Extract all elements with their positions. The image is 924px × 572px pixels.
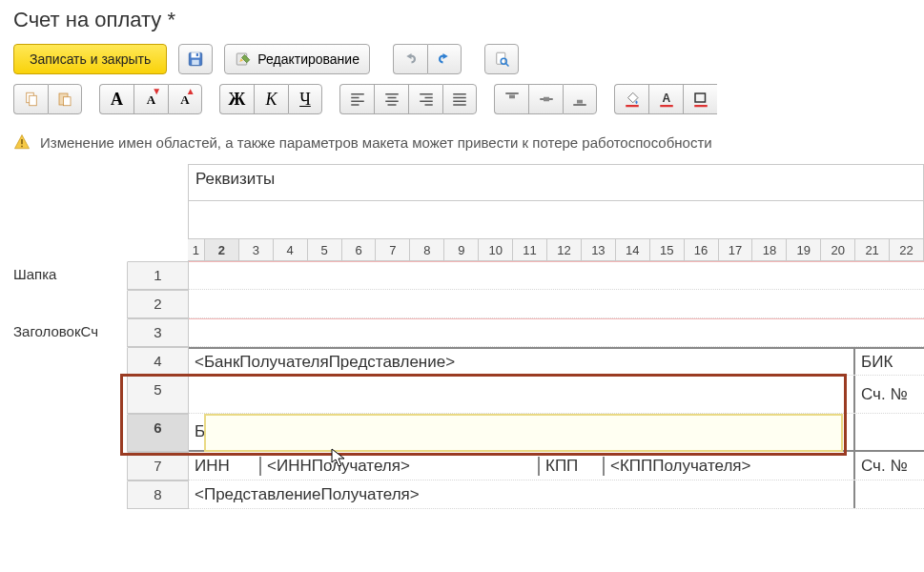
magnifier-page-icon: [493, 51, 510, 68]
cell-value[interactable]: Сч. №: [853, 376, 924, 413]
edit-mode-button[interactable]: Редактирование: [224, 44, 370, 74]
save-button[interactable]: [178, 44, 213, 74]
col-header[interactable]: 12: [547, 239, 582, 260]
undo-button[interactable]: [393, 44, 427, 74]
col-header[interactable]: 19: [787, 239, 821, 260]
text-color-button[interactable]: A: [648, 84, 683, 114]
font-style-group: Ж К Ч: [219, 84, 322, 114]
col-header[interactable]: 1: [188, 239, 205, 260]
cell-value[interactable]: БИК: [853, 349, 924, 375]
svg-rect-14: [577, 100, 583, 104]
font-normal-button[interactable]: A: [99, 84, 133, 114]
font-increase-button[interactable]: A ▲: [168, 84, 202, 114]
col-header[interactable]: 6: [342, 239, 377, 260]
cell-value[interactable]: [853, 480, 924, 508]
area-name[interactable]: [13, 480, 128, 509]
copy-button[interactable]: [13, 84, 48, 114]
valign-bottom-icon: [571, 91, 588, 108]
row-header[interactable]: 4: [128, 347, 189, 376]
col-header[interactable]: 5: [308, 239, 342, 260]
grid-cell[interactable]: [189, 318, 924, 347]
grid-cell[interactable]: Банк получателя: [189, 414, 924, 452]
format-toolbar: A A ▼ A ▲ Ж К Ч: [0, 84, 924, 128]
row-header[interactable]: 2: [128, 290, 189, 318]
align-center-button[interactable]: [374, 84, 408, 114]
valign-bottom-button[interactable]: [563, 84, 597, 114]
row-header[interactable]: 1: [128, 261, 189, 290]
underline-button[interactable]: Ч: [288, 84, 322, 114]
cell-value: Банк получателя: [195, 422, 320, 441]
col-header[interactable]: 17: [719, 239, 753, 260]
cell-value[interactable]: Сч. №: [853, 452, 924, 480]
grid-cell[interactable]: <ПредставлениеПолучателя>: [189, 480, 924, 509]
align-justify-button[interactable]: [442, 84, 477, 114]
row-header[interactable]: 8: [128, 480, 189, 509]
col-header[interactable]: 7: [376, 239, 410, 260]
cell-label: КПП: [538, 457, 591, 476]
col-header[interactable]: 14: [616, 239, 650, 260]
area-name[interactable]: [13, 452, 128, 480]
italic-button[interactable]: К: [254, 84, 288, 114]
warning-text: Изменение имен областей, а также парамет…: [40, 134, 712, 151]
save-and-close-button[interactable]: Записать и закрыть: [13, 44, 167, 74]
col-header[interactable]: 4: [274, 239, 308, 260]
col-header[interactable]: 20: [821, 239, 855, 260]
edit-mode-label: Редактирование: [257, 51, 359, 67]
svg-rect-2: [193, 60, 200, 65]
valign-top-icon: [503, 91, 521, 108]
svg-rect-1: [192, 52, 200, 57]
row-header[interactable]: 7: [128, 452, 189, 480]
border-color-button[interactable]: [683, 84, 717, 114]
grid-cell[interactable]: ИНН <ИННПолучателя> КПП <КПППолучателя> …: [189, 452, 924, 480]
area-name[interactable]: [13, 290, 128, 318]
col-header[interactable]: 11: [513, 239, 547, 260]
cell-value[interactable]: [853, 414, 924, 450]
border-icon: [692, 91, 709, 108]
col-header[interactable]: 8: [410, 239, 444, 260]
align-left-button[interactable]: [339, 84, 374, 114]
svg-rect-15: [626, 105, 639, 107]
svg-rect-3: [196, 53, 198, 56]
col-header[interactable]: 22: [890, 239, 924, 260]
valign-middle-button[interactable]: [528, 84, 563, 114]
row-header[interactable]: 6: [128, 414, 189, 452]
valign-top-button[interactable]: [494, 84, 528, 114]
cell-value: <КПППолучателя>: [603, 457, 750, 476]
align-h-group: [339, 84, 477, 114]
redo-button[interactable]: [427, 44, 462, 74]
area-name[interactable]: Шапка: [13, 261, 128, 290]
column-ruler[interactable]: 1 2 3 4 5 6 7 8 9 10 11 12 13 14 15 16 1…: [188, 238, 924, 261]
col-header[interactable]: 13: [582, 239, 616, 260]
undo-icon: [401, 51, 419, 68]
fill-color-button[interactable]: [614, 84, 648, 114]
area-name[interactable]: ЗаголовокСч: [13, 318, 128, 347]
col-header[interactable]: 10: [479, 239, 513, 260]
row-header[interactable]: 5: [128, 376, 189, 414]
grid-cell[interactable]: Сч. №: [189, 376, 924, 414]
svg-rect-11: [64, 97, 72, 106]
row-header[interactable]: 3: [128, 318, 189, 347]
preview-button[interactable]: [484, 44, 519, 74]
spreadsheet-area: Реквизиты 1 2 3 4 5 6 7 8 9 10 11 12 13 …: [0, 164, 924, 509]
align-right-button[interactable]: [408, 84, 442, 114]
col-header[interactable]: 16: [685, 239, 719, 260]
area-name[interactable]: [13, 347, 128, 376]
font-small-icon: A ▼: [147, 92, 155, 108]
col-header[interactable]: 21: [855, 239, 890, 260]
col-header[interactable]: 2: [205, 239, 239, 260]
col-header[interactable]: 15: [650, 239, 685, 260]
font-decrease-button[interactable]: A ▼: [133, 84, 168, 114]
grid-cell[interactable]: [189, 261, 924, 290]
paste-button[interactable]: [48, 84, 82, 114]
bold-button[interactable]: Ж: [219, 84, 254, 114]
col-header[interactable]: 18: [752, 239, 787, 260]
col-header[interactable]: 3: [239, 239, 274, 260]
area-name[interactable]: [13, 376, 128, 414]
area-name[interactable]: [13, 414, 128, 452]
page-title: Счет на оплату *: [0, 0, 924, 44]
align-center-icon: [383, 91, 400, 108]
underline-icon: Ч: [299, 90, 311, 110]
grid-cell[interactable]: [189, 290, 924, 318]
grid-cell[interactable]: <БанкПолучателяПредставление> БИК: [189, 347, 924, 376]
col-header[interactable]: 9: [444, 239, 479, 260]
